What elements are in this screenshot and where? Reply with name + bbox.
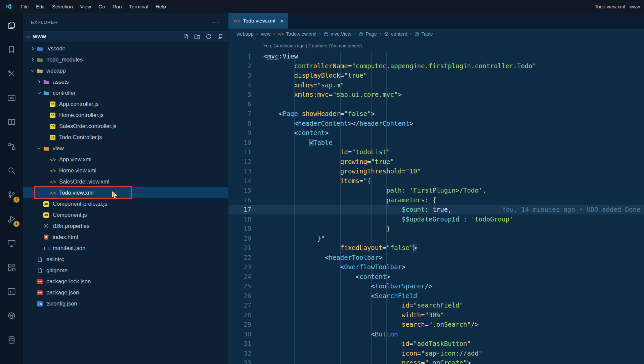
- code-line-25[interactable]: 25 <ToolbarSpacer/>: [228, 281, 644, 291]
- search-icon[interactable]: [0, 158, 23, 183]
- menu-terminal[interactable]: Terminal: [126, 0, 152, 13]
- bookmarks-icon[interactable]: [0, 37, 23, 62]
- menu-file[interactable]: File: [17, 0, 32, 13]
- code-line-1[interactable]: 1<mvc:View: [228, 51, 644, 61]
- code-line-33[interactable]: 33 press=".onCreate">: [228, 358, 644, 364]
- refresh-explorer-icon[interactable]: [206, 34, 212, 40]
- tree-item-app-view-xml[interactable]: </>App.view.xml: [23, 154, 228, 165]
- code-line-14[interactable]: 14 items="{: [228, 176, 644, 186]
- code-line-23[interactable]: 23 <OverflowToolbar>: [228, 262, 644, 272]
- code-line-27[interactable]: 27 id="searchField": [228, 300, 644, 310]
- tree-item-controller[interactable]: controller: [23, 87, 228, 98]
- code-line-32[interactable]: 32 icon="sap-icon://add": [228, 349, 644, 358]
- breadcrumb-mvc-view[interactable]: mvc:View: [324, 31, 351, 37]
- code-line-8[interactable]: 8 <headerContent></headerContent>: [228, 119, 644, 128]
- menu-go[interactable]: Go: [95, 0, 109, 13]
- tree-item-assets[interactable]: assets: [23, 76, 228, 87]
- more-actions-icon[interactable]: ···: [213, 19, 220, 26]
- tools-icon[interactable]: [0, 62, 23, 86]
- code-line-11[interactable]: 11 id="todoList": [228, 147, 644, 157]
- tree-item-tsconfig-json[interactable]: TStsconfig.json: [23, 298, 228, 309]
- chevron-right-icon[interactable]: [37, 79, 43, 85]
- tree-item-node-modules[interactable]: node_modules: [23, 54, 228, 65]
- tree-item-package-lock-json[interactable]: npmpackage-lock.json: [23, 276, 228, 287]
- globe-icon[interactable]: [0, 304, 23, 328]
- code-line-17[interactable]: 17 $count: true,You, 14 minutes ago • UD…: [228, 205, 644, 214]
- chevron-down-icon[interactable]: [37, 90, 43, 96]
- menu-edit[interactable]: Edit: [32, 0, 48, 13]
- code-line-4[interactable]: 4 xmlns="sap.m": [228, 80, 644, 90]
- tree-item-home-controller-js[interactable]: JSHome.controller.js: [23, 110, 228, 121]
- docs-icon[interactable]: [0, 110, 23, 134]
- code-line-3[interactable]: 3 displayBlock="true": [228, 71, 644, 80]
- new-folder-icon[interactable]: [194, 34, 201, 40]
- tree-item-manifest-json[interactable]: { }manifest.json: [23, 243, 228, 254]
- menu-selection[interactable]: Selection: [48, 0, 77, 13]
- source-control-icon[interactable]: 4: [0, 183, 23, 207]
- code-editor[interactable]: You, 14 minutes ago | 2 authors (You and…: [228, 39, 644, 364]
- tree-item-component-preload-js[interactable]: JSComponent-preload.js: [23, 198, 228, 209]
- code-line-22[interactable]: 22 <headerToolbar>: [228, 253, 644, 262]
- code-line-20[interactable]: 20 }": [228, 234, 644, 243]
- menu-run[interactable]: Run: [109, 0, 126, 13]
- tree-item-gitignore[interactable]: gitignore: [23, 265, 228, 276]
- codelens[interactable]: You, 14 minutes ago | 2 authors (You and…: [263, 43, 644, 51]
- tree-item-app-controller-js[interactable]: JSApp.controller.js: [23, 98, 228, 110]
- database-icon[interactable]: [0, 328, 23, 352]
- code-line-28[interactable]: 28 width="30%": [228, 310, 644, 320]
- code-line-6[interactable]: 6: [228, 99, 644, 109]
- extensions-icon[interactable]: [0, 255, 23, 279]
- tree-item-webapp[interactable]: webapp: [23, 65, 228, 76]
- code-line-16[interactable]: 16 parameters: {: [228, 195, 644, 205]
- tree-item-view[interactable]: view: [23, 143, 228, 154]
- tree-item-salesorder-view-xml[interactable]: </>SalesOrder.view.xml: [23, 176, 228, 187]
- tree-item-eslintrc[interactable]: eslintrc: [23, 254, 228, 265]
- breadcrumb-page[interactable]: Page: [358, 31, 377, 37]
- api-client-icon[interactable]: API: [0, 86, 23, 110]
- menu-help[interactable]: Help: [152, 0, 170, 13]
- code-line-19[interactable]: 19 }: [228, 224, 644, 234]
- run-and-debug-icon[interactable]: 1: [0, 207, 23, 231]
- tree-item-i18n-properties[interactable]: i18n.properties: [23, 220, 228, 232]
- collapse-folders-icon[interactable]: [217, 34, 224, 40]
- code-line-7[interactable]: 7 <Page showHeader="false">: [228, 109, 644, 119]
- code-line-21[interactable]: 21 fixedLayout="false">: [228, 243, 644, 253]
- tree-item-todo-controller-js[interactable]: JSTodo.Controller.js: [23, 132, 228, 143]
- tree-item-todo-view-xml[interactable]: </>Todo.view.xml: [23, 187, 228, 198]
- live-preview-icon[interactable]: [0, 279, 23, 304]
- chevron-right-icon[interactable]: [30, 57, 37, 63]
- new-file-icon[interactable]: [183, 34, 189, 40]
- code-line-26[interactable]: 26 <SearchField: [228, 291, 644, 301]
- code-line-13[interactable]: 13 growingThreshold="10": [228, 166, 644, 176]
- code-line-5[interactable]: 5 xmlns:mvc="sap.ui.core.mvc">: [228, 90, 644, 99]
- tab-todo-view-xml[interactable]: </> Todo.view.xml ×: [228, 13, 288, 29]
- code-line-24[interactable]: 24 <content>: [228, 272, 644, 282]
- breadcrumb-view[interactable]: view: [261, 31, 270, 37]
- code-line-31[interactable]: 31 id="addTaskButton": [228, 339, 644, 349]
- breadcrumb-content[interactable]: content: [384, 31, 407, 37]
- breadcrumb-todo-view-xml[interactable]: </>Todo.view.xml: [277, 31, 316, 37]
- code-line-30[interactable]: 30 <Button: [228, 329, 644, 339]
- chevron-right-icon[interactable]: [30, 46, 37, 51]
- code-line-15[interactable]: 15 path: 'FirstPlugin>/Todo',: [228, 186, 644, 195]
- tree-item-vscode[interactable]: .vscode: [23, 43, 228, 54]
- close-tab-icon[interactable]: ×: [280, 18, 284, 24]
- code-line-10[interactable]: 10 <Table: [228, 138, 644, 148]
- pipelines-icon[interactable]: [0, 134, 23, 158]
- tree-item-component-js[interactable]: JSComponent.js: [23, 209, 228, 220]
- code-line-12[interactable]: 12 growing="true": [228, 157, 644, 167]
- chevron-down-icon[interactable]: [30, 68, 37, 74]
- tree-item-salesorder-controller-js[interactable]: JSSalesOrder.controller.js: [23, 121, 228, 132]
- code-line-29[interactable]: 29 search=".onSearch"/>: [228, 320, 644, 329]
- breadcrumb-table[interactable]: Table: [414, 31, 433, 37]
- tree-item-package-json[interactable]: npmpackage.json: [23, 287, 228, 298]
- code-line-18[interactable]: 18 $$updateGroupId : 'todoGroup': [228, 214, 644, 224]
- chevron-down-icon[interactable]: [37, 146, 43, 151]
- code-line-9[interactable]: 9 <content>: [228, 128, 644, 138]
- tree-item-home-view-xml[interactable]: </>Home.view.xml: [23, 165, 228, 176]
- breadcrumb-webapp[interactable]: webapp: [237, 31, 254, 37]
- menu-view[interactable]: View: [77, 0, 95, 13]
- tree-item-index-html[interactable]: 5index.html: [23, 232, 228, 243]
- explorer-icon[interactable]: [0, 13, 23, 37]
- remote-explorer-icon[interactable]: [0, 231, 23, 255]
